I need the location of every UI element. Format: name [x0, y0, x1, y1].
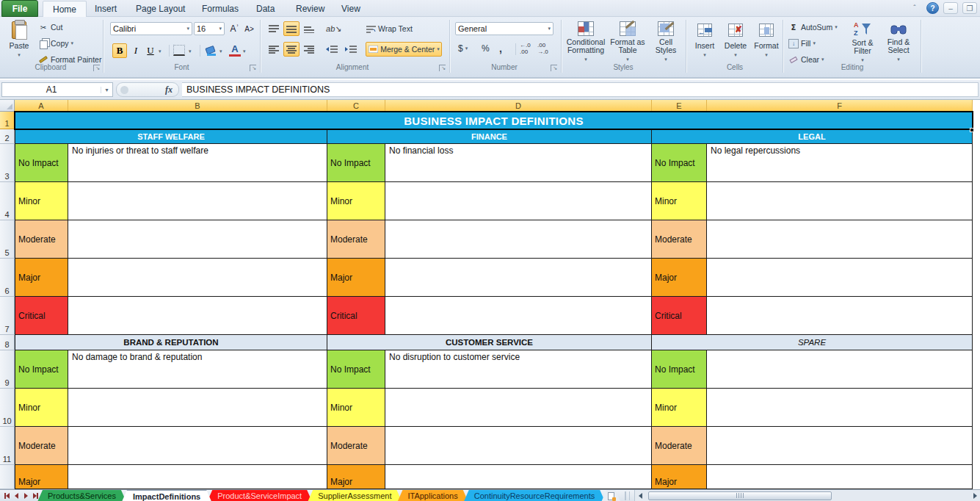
bold-button[interactable]: B [112, 43, 127, 58]
delete-cells-button[interactable]: ✘ Delete [721, 19, 750, 63]
empty-cell[interactable] [385, 427, 652, 465]
conditional-formatting-button[interactable]: Conditional Formatting [565, 19, 606, 63]
sheet-tab-impact-definitions[interactable]: ImpactDefinitions [122, 490, 211, 501]
header-legal[interactable]: LEGAL [652, 129, 973, 144]
description-cell[interactable]: No legal repercussions [707, 144, 973, 182]
level-cell[interactable]: Moderate [327, 220, 385, 259]
previous-sheet-icon[interactable] [12, 491, 21, 500]
increase-decimal-icon[interactable]: ←.0.00 [520, 42, 536, 55]
name-box-dropdown-icon[interactable]: ▾ [101, 87, 112, 93]
copy-button[interactable]: Copy▾ [38, 37, 101, 50]
description-cell[interactable]: No financial loss [385, 144, 652, 182]
sheet-tab-continuity-resource-requirements[interactable]: ContinuityResourceRequirements [464, 490, 605, 501]
tab-insert[interactable]: Insert [85, 1, 126, 17]
fill-button[interactable]: ↓ Fill▾ [788, 37, 832, 50]
row-header-5[interactable]: 5 [0, 220, 15, 259]
number-format-select[interactable]: General▾ [455, 22, 553, 35]
empty-cell[interactable] [68, 220, 327, 259]
level-cell[interactable]: No Impact [327, 144, 385, 182]
level-cell[interactable]: Moderate [652, 427, 707, 465]
tab-review[interactable]: Review [286, 1, 334, 17]
borders-dropdown-icon[interactable]: ▾ [189, 48, 192, 54]
level-cell[interactable]: Critical [652, 297, 707, 335]
level-cell[interactable]: Minor [327, 182, 385, 220]
insert-function-area[interactable]: fx [116, 82, 179, 97]
tab-view[interactable]: View [332, 1, 370, 17]
alignment-dialog-launcher-icon[interactable] [439, 65, 446, 71]
font-color-dropdown-icon[interactable]: ▾ [243, 48, 246, 54]
level-cell[interactable]: No Impact [652, 144, 707, 182]
cell-styles-button[interactable]: Cell Styles [649, 19, 683, 63]
scroll-right-icon[interactable] [970, 491, 980, 501]
level-cell[interactable]: No Impact [15, 350, 68, 389]
font-dialog-launcher-icon[interactable] [250, 65, 256, 71]
decrease-indent-icon[interactable] [323, 42, 341, 57]
row-header-2[interactable]: 2 [0, 129, 15, 144]
tab-page-layout[interactable]: Page Layout [126, 1, 195, 17]
empty-cell[interactable] [707, 259, 973, 297]
cut-button[interactable]: ✂ Cut [38, 21, 101, 34]
header-finance[interactable]: FINANCE [327, 129, 652, 144]
increase-indent-icon[interactable] [342, 42, 360, 57]
row-header-12[interactable] [0, 465, 15, 489]
next-sheet-icon[interactable] [21, 491, 30, 500]
merge-center-button[interactable]: Merge & Center▾ [366, 42, 442, 57]
underline-button[interactable]: U [144, 43, 157, 58]
row-header-10[interactable]: 10 [0, 389, 15, 427]
description-cell[interactable]: No injuries or threat to staff welfare [68, 144, 327, 182]
row-header-1[interactable]: 1 [0, 112, 15, 129]
comma-format-button[interactable]: , [499, 42, 508, 55]
sheet-tab-product-service-impact[interactable]: Product&ServiceImpact [207, 490, 312, 501]
column-header-d[interactable]: D [385, 100, 652, 112]
first-sheet-icon[interactable] [2, 491, 11, 500]
level-cell[interactable]: No Impact [327, 350, 385, 389]
fill-handle[interactable] [970, 128, 974, 132]
currency-format-button[interactable]: $▾ [458, 42, 477, 55]
empty-cell[interactable] [707, 297, 973, 335]
level-cell[interactable]: No Impact [652, 350, 707, 389]
row-header-8[interactable]: 8 [0, 335, 15, 350]
empty-cell[interactable] [68, 182, 327, 220]
tab-data[interactable]: Data [247, 1, 284, 17]
borders-icon[interactable] [173, 45, 185, 56]
font-name-select[interactable]: Calibri▾ [110, 22, 192, 35]
column-header-f[interactable]: F [707, 100, 973, 112]
level-cell[interactable]: Moderate [15, 220, 68, 259]
fx-icon[interactable]: fx [165, 84, 173, 95]
row-header-11[interactable]: 11 [0, 427, 15, 465]
row-header-6[interactable]: 6 [0, 259, 15, 297]
empty-cell[interactable] [68, 389, 327, 427]
level-cell[interactable]: Major [15, 259, 68, 297]
level-cell[interactable]: Minor [652, 389, 707, 427]
tab-formulas[interactable]: Formulas [192, 1, 248, 17]
paste-button[interactable]: Paste [3, 19, 35, 63]
number-dialog-launcher-icon[interactable] [551, 65, 557, 71]
find-select-button[interactable]: Find & Select [881, 19, 916, 63]
empty-cell[interactable] [707, 389, 973, 427]
level-cell[interactable]: Moderate [327, 427, 385, 465]
empty-cell[interactable] [707, 350, 973, 389]
format-as-table-button[interactable]: Format as Table [608, 19, 647, 63]
autosum-button[interactable]: Σ AutoSum▾ [788, 21, 843, 34]
fill-color-icon[interactable] [205, 45, 218, 56]
empty-cell[interactable] [68, 427, 327, 465]
sheet-tab-it-applications[interactable]: ITApplications [397, 490, 468, 501]
column-header-c[interactable]: C [327, 100, 385, 112]
align-middle-icon[interactable] [283, 21, 300, 36]
empty-cell[interactable] [385, 389, 652, 427]
insert-worksheet-button[interactable] [601, 490, 620, 501]
clipboard-dialog-launcher-icon[interactable] [93, 65, 100, 71]
scroll-left-icon[interactable] [635, 491, 645, 501]
row-header-7[interactable]: 7 [0, 297, 15, 335]
font-color-icon[interactable]: A [229, 43, 241, 57]
level-cell[interactable]: Moderate [652, 220, 707, 259]
percent-format-button[interactable]: % [482, 42, 495, 55]
align-center-icon[interactable] [283, 42, 300, 57]
font-size-select[interactable]: 16▾ [194, 22, 225, 35]
empty-cell[interactable] [707, 182, 973, 220]
description-cell[interactable]: No damage to brand & reputation [68, 350, 327, 389]
orientation-icon[interactable]: ab↘ [324, 21, 344, 36]
empty-cell[interactable] [707, 465, 973, 489]
align-top-icon[interactable] [266, 21, 282, 36]
formula-input[interactable]: BUSINESS IMPACT DEFINITIONS [182, 82, 979, 97]
